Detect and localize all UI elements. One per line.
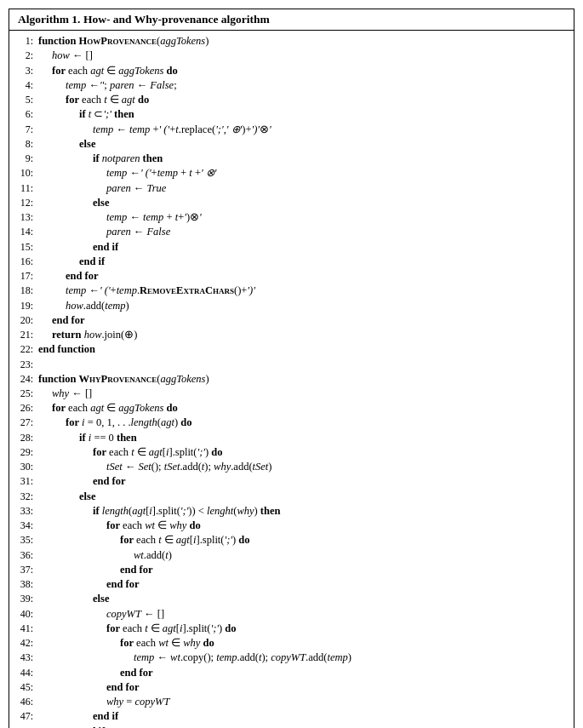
line-13: 13: temp ← temp + t+')⊗' xyxy=(14,210,569,225)
line-32: 32: else xyxy=(14,490,569,504)
line-22: 22: end function xyxy=(14,342,569,357)
line-30: 30: tSet ← Set(); tSet.add(t); why.add(t… xyxy=(14,460,569,474)
line-11: 11: paren ← True xyxy=(14,181,569,196)
line-44: 44: end for xyxy=(14,666,569,680)
line-34: 34: for each wt ∈ why do xyxy=(14,519,569,533)
line-42: 42: for each wt ∈ why do xyxy=(14,636,569,651)
line-10: 10: temp ←' ('+temp + t +' ⊗' xyxy=(14,166,569,181)
line-18: 18: temp ←' ('+temp.RemoveExtraChars()+'… xyxy=(14,284,569,298)
line-19: 19: how.add(temp) xyxy=(14,299,569,313)
line-3: 3: for each agt ∈ aggTokens do xyxy=(14,64,569,78)
line-6: 6: if t ⊂';' then xyxy=(14,107,569,122)
line-31: 31: end for xyxy=(14,474,569,489)
line-8: 8: else xyxy=(14,137,569,152)
line-14: 14: paren ← False xyxy=(14,225,569,239)
line-25: 25: why ← [] xyxy=(14,387,569,401)
line-43: 43: temp ← wt.copy(); temp.add(t); copyW… xyxy=(14,651,569,665)
line-41: 41: for each t ∈ agt[i].split(';') do xyxy=(14,622,569,636)
algorithm-content: 1: function HowProvenance(aggTokens) 2: … xyxy=(9,31,574,728)
line-1: 1: function HowProvenance(aggTokens) xyxy=(14,34,569,49)
algorithm-title: Algorithm 1. How- and Why-provenance alg… xyxy=(9,9,574,31)
algorithm-box: Algorithm 1. How- and Why-provenance alg… xyxy=(9,9,574,728)
line-28: 28: if i == 0 then xyxy=(14,431,569,445)
line-35: 35: for each t ∈ agt[i].split(';') do xyxy=(14,533,569,547)
line-15: 15: end if xyxy=(14,240,569,255)
line-21: 21: return how.join(⊕) xyxy=(14,328,569,342)
line-7: 7: temp ← temp +' ('+t.replace(';',' ⊕')… xyxy=(14,123,569,137)
line-45: 45: end for xyxy=(14,680,569,695)
line-36: 36: wt.add(t) xyxy=(14,548,569,563)
line-12: 12: else xyxy=(14,196,569,210)
line-20: 20: end for xyxy=(14,313,569,328)
line-17: 17: end for xyxy=(14,269,569,284)
line-16: 16: end if xyxy=(14,255,569,269)
line-37: 37: end for xyxy=(14,563,569,577)
line-29: 29: for each t ∈ agt[i].split(';') do xyxy=(14,445,569,460)
line-33: 33: if length(agt[i].split(';')) < lengh… xyxy=(14,504,569,519)
line-38: 38: end for xyxy=(14,577,569,592)
line-39: 39: else xyxy=(14,592,569,606)
line-9: 9: if notparen then xyxy=(14,152,569,166)
line-26: 26: for each agt ∈ aggTokens do xyxy=(14,401,569,416)
line-23: 23: xyxy=(14,358,569,372)
line-27: 27: for i = 0, 1, . . .length(agt) do xyxy=(14,416,569,430)
line-24: 24: function WhyProvenance(aggTokens) xyxy=(14,372,569,387)
line-47: 47: end if xyxy=(14,709,569,724)
line-46: 46: why = copyWT xyxy=(14,695,569,709)
line-40: 40: copyWT ← [] xyxy=(14,607,569,622)
line-5: 5: for each t ∈ agt do xyxy=(14,93,569,107)
line-2: 2: how ← [] xyxy=(14,49,569,63)
line-48: 48: end if xyxy=(14,725,569,729)
line-4: 4: temp ←''; paren ← False; xyxy=(14,78,569,93)
